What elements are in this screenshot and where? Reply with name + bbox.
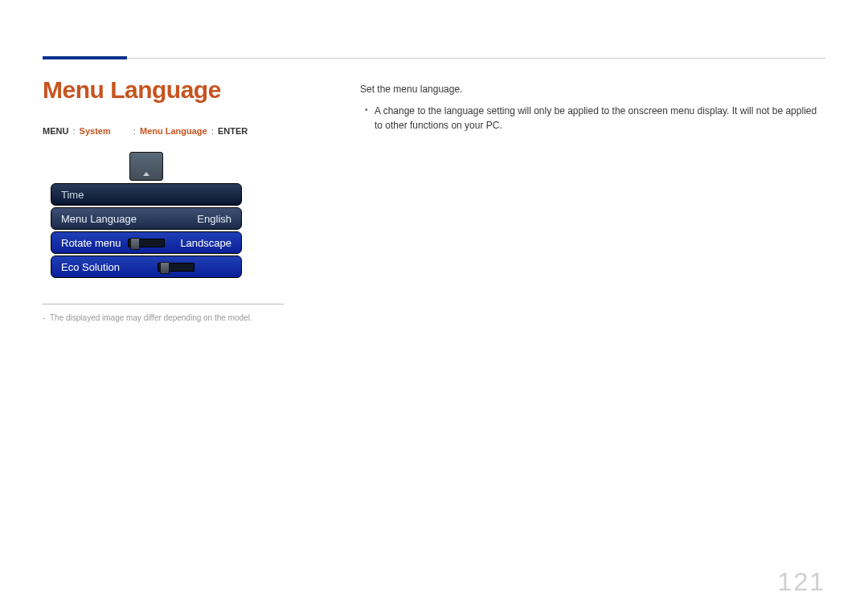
- osd-slider[interactable]: [158, 263, 194, 272]
- right-column: Set the menu language. A change to the l…: [360, 82, 825, 133]
- breadcrumb-system: System: [80, 126, 111, 136]
- osd-slider[interactable]: [128, 239, 165, 247]
- osd-row-time[interactable]: Time: [51, 183, 242, 206]
- osd-scroll-tab[interactable]: [129, 152, 163, 181]
- osd-row-value: Landscape: [180, 237, 231, 249]
- breadcrumb-sep: :: [72, 126, 77, 136]
- breadcrumb: MENU : System : Menu Language : ENTER: [43, 126, 332, 136]
- footnote-text: The displayed image may differ depending…: [50, 313, 252, 322]
- left-column: Menu Language MENU : System : Menu Langu…: [43, 76, 332, 280]
- breadcrumb-enter: ENTER: [218, 126, 248, 136]
- osd-row-eco-solution[interactable]: Eco Solution: [51, 255, 242, 278]
- osd-row-rotate-menu[interactable]: Rotate menu Landscape: [51, 231, 242, 254]
- footnote-divider: [43, 304, 284, 304]
- breadcrumb-menulang: Menu Language: [140, 126, 207, 136]
- osd-row-menu-language[interactable]: Menu Language English: [51, 207, 242, 230]
- breadcrumb-sep: :: [133, 126, 138, 136]
- body-bullet-item: A change to the language setting will on…: [375, 104, 825, 133]
- osd-preview: Time Menu Language English Rotate menu L…: [51, 152, 242, 278]
- osd-row-label: Eco Solution: [61, 261, 120, 273]
- osd-slider-handle[interactable]: [130, 238, 140, 250]
- page-number: 121: [778, 567, 825, 597]
- header-divider: [127, 58, 825, 59]
- header-accent-bar: [43, 56, 127, 59]
- osd-row-value: English: [197, 213, 231, 225]
- osd-row-label: Menu Language: [61, 213, 137, 225]
- body-bullet-list: A change to the language setting will on…: [360, 104, 825, 133]
- body-lead: Set the menu language.: [360, 82, 825, 97]
- chevron-up-icon: [143, 172, 149, 176]
- breadcrumb-sep: :: [211, 126, 216, 136]
- osd-row-label: Time: [61, 189, 84, 201]
- osd-slider-handle[interactable]: [160, 262, 170, 274]
- breadcrumb-menu: MENU: [43, 126, 68, 136]
- osd-row-label: Rotate menu: [61, 237, 121, 249]
- page-title: Menu Language: [43, 76, 332, 104]
